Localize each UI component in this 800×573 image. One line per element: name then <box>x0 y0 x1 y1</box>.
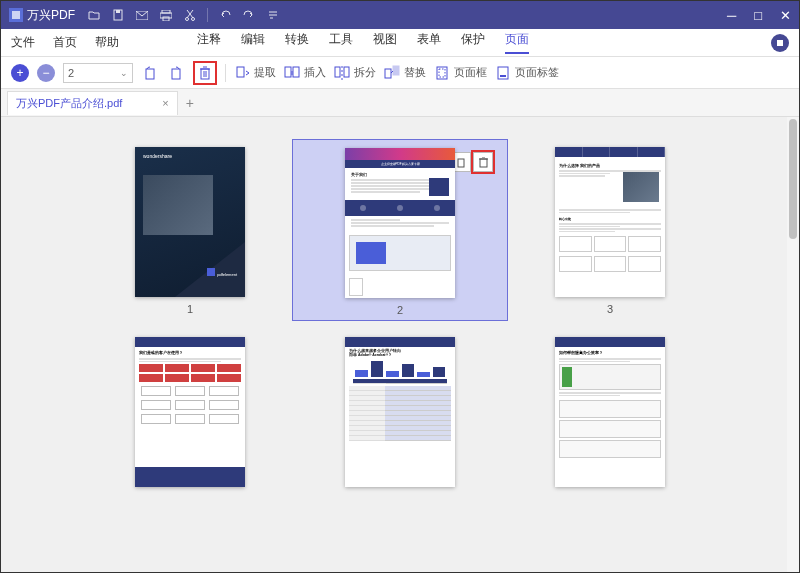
page-number-value: 2 <box>68 67 74 79</box>
zoom-out-button[interactable]: − <box>37 64 55 82</box>
svg-rect-23 <box>498 67 508 79</box>
save-icon[interactable] <box>111 8 125 22</box>
page-number: 1 <box>187 303 193 315</box>
hover-delete-button[interactable] <box>473 152 493 172</box>
page-6-preview: 如何帮您提高办公效率？ <box>555 337 665 487</box>
tabbar: 万兴PDF产品介绍.pdf × + <box>1 89 799 117</box>
menu-file[interactable]: 文件 <box>11 34 35 51</box>
page-label-icon <box>495 65 511 81</box>
page-box-icon <box>434 65 450 81</box>
page-number-input[interactable]: 2 ⌄ <box>63 63 133 83</box>
scrollbar-thumb[interactable] <box>789 119 797 239</box>
svg-rect-1 <box>12 11 20 19</box>
menu-edit[interactable]: 编辑 <box>241 31 265 54</box>
mail-icon[interactable] <box>135 8 149 22</box>
svg-point-8 <box>186 18 189 21</box>
svg-rect-26 <box>458 159 464 167</box>
vertical-scrollbar[interactable] <box>787 117 799 572</box>
svg-rect-24 <box>500 75 506 77</box>
menu-view[interactable]: 视图 <box>373 31 397 54</box>
open-icon[interactable] <box>87 8 101 22</box>
split-icon <box>334 65 350 81</box>
trash-icon <box>197 65 213 81</box>
menu-tools[interactable]: 工具 <box>329 31 353 54</box>
titlebar: 万兴PDF ─ □ ✕ <box>1 1 799 29</box>
menu-protect[interactable]: 保护 <box>461 31 485 54</box>
replace-icon <box>384 65 400 81</box>
toolbar: + − 2 ⌄ 提取 插入 拆分 替换 页面框 页面标签 <box>1 57 799 89</box>
add-tab-button[interactable]: + <box>186 95 194 111</box>
app-icon <box>9 8 23 22</box>
close-button[interactable]: ✕ <box>780 8 791 23</box>
redo-icon[interactable] <box>242 8 256 22</box>
divider <box>207 8 208 22</box>
page-1-preview: wondershare pdfelement <box>135 147 245 297</box>
svg-rect-11 <box>146 69 154 79</box>
svg-rect-16 <box>293 67 299 77</box>
menu-page[interactable]: 页面 <box>505 31 529 54</box>
chevron-down-icon: ⌄ <box>120 68 128 78</box>
svg-rect-19 <box>385 69 391 78</box>
svg-rect-15 <box>285 67 291 77</box>
page-thumbnail-3[interactable]: 为什么选择 我们的产品 核心功能 3 <box>510 147 710 317</box>
page-thumbnail-6[interactable]: 如何帮您提高办公效率？ <box>510 337 710 487</box>
menu-convert[interactable]: 转换 <box>285 31 309 54</box>
brand-logo-icon[interactable] <box>771 34 789 52</box>
svg-rect-20 <box>393 66 399 75</box>
maximize-button[interactable]: □ <box>754 8 762 23</box>
page-thumbnails-workspace: wondershare pdfelement 1 企业级全能PDF解决方案专家 … <box>1 117 799 572</box>
page-thumbnail-4[interactable]: 我们是谁的客户在使用？ <box>90 337 290 487</box>
dropdown-icon[interactable] <box>266 8 280 22</box>
zoom-in-button[interactable]: + <box>11 64 29 82</box>
page-number: 3 <box>607 303 613 315</box>
page-box-button[interactable]: 页面框 <box>434 65 487 81</box>
svg-rect-18 <box>344 67 349 77</box>
document-tab[interactable]: 万兴PDF产品介绍.pdf × <box>7 91 178 115</box>
menu-form[interactable]: 表单 <box>417 31 441 54</box>
svg-rect-14 <box>237 67 244 77</box>
svg-rect-13 <box>201 69 209 79</box>
rotate-right-button[interactable] <box>167 64 185 82</box>
page-thumbnail-5[interactable]: 为什么越来越多企业用户转向而非 Adobe® Acrobat®？ <box>300 337 500 487</box>
page-2-preview: 企业级全能PDF解决方案专家 关于我们 <box>345 148 455 298</box>
rotate-left-button[interactable] <box>141 64 159 82</box>
split-button[interactable]: 拆分 <box>334 65 376 81</box>
tab-close-button[interactable]: × <box>162 97 168 109</box>
extract-button[interactable]: 提取 <box>234 65 276 81</box>
minimize-button[interactable]: ─ <box>727 8 736 23</box>
svg-rect-22 <box>439 69 445 77</box>
page-thumbnail-1[interactable]: wondershare pdfelement 1 <box>90 147 290 317</box>
svg-point-9 <box>192 18 195 21</box>
page-number: 2 <box>397 304 403 316</box>
page-label-button[interactable]: 页面标签 <box>495 65 559 81</box>
cut-icon[interactable] <box>183 8 197 22</box>
insert-icon <box>284 65 300 81</box>
app-logo: 万兴PDF <box>9 7 75 24</box>
menubar: 文件 首页 帮助 注释 编辑 转换 工具 视图 表单 保护 页面 <box>1 29 799 57</box>
undo-icon[interactable] <box>218 8 232 22</box>
insert-button[interactable]: 插入 <box>284 65 326 81</box>
page-3-preview: 为什么选择 我们的产品 核心功能 <box>555 147 665 297</box>
page-4-preview: 我们是谁的客户在使用？ <box>135 337 245 487</box>
menu-help[interactable]: 帮助 <box>95 34 119 51</box>
page-thumbnail-2[interactable]: 企业级全能PDF解决方案专家 关于我们 2 <box>292 139 508 321</box>
svg-rect-3 <box>116 10 120 13</box>
svg-rect-10 <box>777 40 783 46</box>
tab-filename: 万兴PDF产品介绍.pdf <box>16 96 122 111</box>
print-icon[interactable] <box>159 8 173 22</box>
divider <box>225 64 226 82</box>
replace-button[interactable]: 替换 <box>384 65 426 81</box>
svg-rect-27 <box>480 159 487 167</box>
app-title: 万兴PDF <box>27 7 75 24</box>
svg-rect-12 <box>172 69 180 79</box>
menu-annotate[interactable]: 注释 <box>197 31 221 54</box>
page-5-preview: 为什么越来越多企业用户转向而非 Adobe® Acrobat®？ <box>345 337 455 487</box>
svg-rect-17 <box>335 67 340 77</box>
menu-home[interactable]: 首页 <box>53 34 77 51</box>
delete-page-button[interactable] <box>193 61 217 85</box>
extract-icon <box>234 65 250 81</box>
